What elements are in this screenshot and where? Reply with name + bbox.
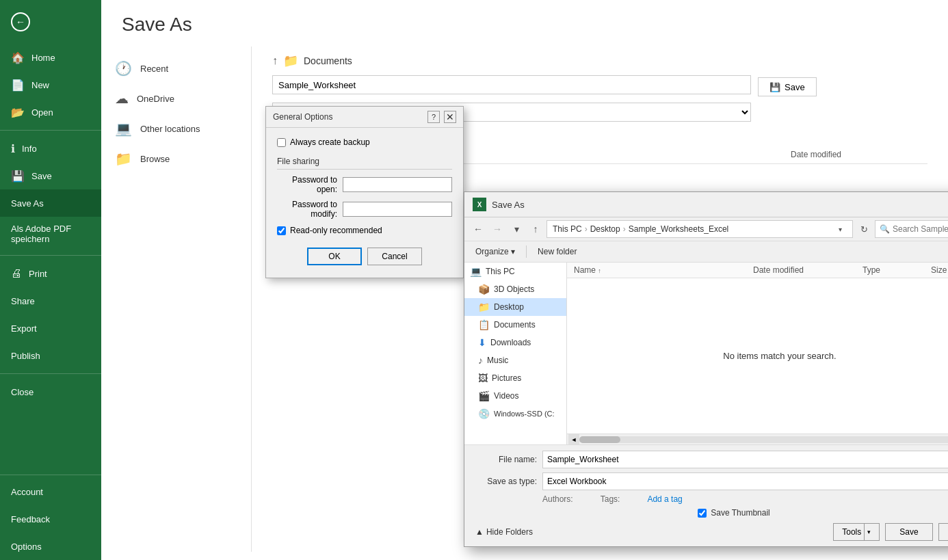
sidebar-item-label: Share bbox=[11, 296, 35, 306]
pw-modify-input[interactable] bbox=[343, 202, 452, 217]
win-col-name[interactable]: Name ↑ bbox=[574, 265, 753, 275]
win-filename-label: File name: bbox=[475, 455, 537, 464]
left-panel-recent[interactable]: 🕐 Recent bbox=[101, 53, 251, 83]
sidebar-item-feedback[interactable]: Feedback bbox=[0, 505, 101, 533]
win-tree-item-thispc[interactable]: 💻 This PC bbox=[464, 263, 566, 280]
win-toolbar-separator bbox=[526, 245, 527, 258]
music-icon: ♪ bbox=[478, 355, 483, 366]
win-address-bar[interactable]: This PC › Desktop › Sample_Worksheets_Ex… bbox=[547, 220, 853, 238]
win-search-input[interactable] bbox=[893, 224, 948, 234]
sidebar-item-share[interactable]: Share bbox=[0, 287, 101, 315]
win-tree-item-downloads[interactable]: ⬇ Downloads bbox=[464, 334, 566, 351]
win-tools-button[interactable]: Tools ▾ bbox=[833, 523, 880, 541]
folder-icon: 📁 bbox=[115, 150, 132, 167]
left-panel-onedrive[interactable]: ☁ OneDrive bbox=[101, 83, 251, 114]
win-addr-dropdown-icon[interactable]: ▾ bbox=[833, 220, 847, 238]
win-organize-button[interactable]: Organize ▾ bbox=[470, 245, 521, 258]
breadcrumb-text: Documents bbox=[304, 55, 352, 66]
back-button[interactable]: ← bbox=[0, 0, 101, 44]
win-add-tag-link[interactable]: Add a tag bbox=[647, 494, 682, 504]
pw-open-row: Password to open: bbox=[277, 175, 452, 194]
sidebar-item-home[interactable]: 🏠 Home bbox=[0, 44, 101, 71]
backup-checkbox-row: Always create backup bbox=[277, 137, 452, 147]
videos-icon: 🎬 bbox=[478, 390, 490, 401]
sidebar-item-account[interactable]: Account bbox=[0, 478, 101, 505]
sidebar-item-save[interactable]: 💾 Save bbox=[0, 162, 101, 189]
date-column-header: Date modified bbox=[791, 150, 927, 159]
3dobjects-icon: 📦 bbox=[478, 284, 490, 295]
win-tree-item-music[interactable]: ♪ Music bbox=[464, 351, 566, 369]
downloads-label: Downloads bbox=[490, 338, 531, 347]
organize-arrow-icon: ▾ bbox=[511, 247, 515, 256]
save-button-label: Save bbox=[785, 82, 805, 92]
sidebar-item-info[interactable]: ℹ Info bbox=[0, 135, 101, 162]
win-tree-item-videos[interactable]: 🎬 Videos bbox=[464, 387, 566, 405]
win-tree-item-windowsssd[interactable]: 💿 Windows-SSD (C: bbox=[464, 405, 566, 423]
sidebar-item-options[interactable]: Options bbox=[0, 533, 101, 560]
win-filetype-select[interactable]: Excel Workbook ▾ bbox=[542, 472, 948, 490]
readonly-checkbox[interactable] bbox=[277, 226, 286, 235]
sidebar-item-print[interactable]: 🖨 Print bbox=[0, 260, 101, 287]
sidebar-item-open[interactable]: 📂 Open bbox=[0, 98, 101, 126]
win-sort-icon: ↑ bbox=[598, 267, 601, 274]
win-tree-item-desktop[interactable]: 📁 Desktop bbox=[464, 298, 566, 316]
main-content: Save As 🕐 Recent ☁ OneDrive 💻 Other loca… bbox=[101, 0, 948, 560]
back-icon: ← bbox=[11, 12, 30, 31]
win-hscroll-left[interactable]: ◄ bbox=[568, 434, 579, 445]
win-refresh-button[interactable]: ↻ bbox=[856, 221, 872, 237]
videos-label: Videos bbox=[494, 391, 518, 401]
win-tree-item-documents[interactable]: 📋 Documents bbox=[464, 316, 566, 334]
sidebar-item-export[interactable]: Export bbox=[0, 315, 101, 342]
sidebar-bottom: Account Feedback Options bbox=[0, 475, 101, 560]
dialog-ok-button[interactable]: OK bbox=[307, 248, 362, 265]
win-hscroll-thumb[interactable] bbox=[579, 436, 620, 443]
win-dropdown-button[interactable]: ▾ bbox=[508, 221, 525, 237]
dialog-help-button[interactable]: ? bbox=[427, 111, 440, 123]
save-button-main[interactable]: 💾 Save bbox=[758, 77, 817, 96]
dialog-cancel-button[interactable]: Cancel bbox=[367, 248, 422, 265]
dialog-titlebar: General Options ? ✕ bbox=[266, 107, 463, 128]
win-col-size[interactable]: Size bbox=[931, 265, 948, 275]
win-filetype-value: Excel Workbook bbox=[547, 477, 606, 486]
win-search-icon: 🔍 bbox=[880, 224, 890, 234]
backup-checkbox[interactable] bbox=[277, 138, 286, 147]
win-back-button[interactable]: ← bbox=[470, 221, 486, 237]
win-dialog-title: Save As bbox=[492, 200, 525, 210]
win-cancel-button[interactable]: Cancel bbox=[938, 523, 948, 541]
win-tree-item-3dobjects[interactable]: 📦 3D Objects bbox=[464, 280, 566, 298]
windows-saveas-dialog: X Save As ✕ ← → ▾ ↑ This PC › Desktop › … bbox=[464, 191, 948, 547]
win-col-type[interactable]: Type bbox=[863, 265, 931, 275]
sidebar-item-label: Account bbox=[11, 487, 43, 497]
win-hide-folders-button[interactable]: ▲ Hide Folders bbox=[475, 527, 533, 537]
up-icon[interactable]: ↑ bbox=[272, 55, 278, 67]
left-panel-otherloc[interactable]: 💻 Other locations bbox=[101, 114, 251, 144]
win-new-folder-button[interactable]: New folder bbox=[532, 245, 582, 258]
new-icon: 📄 bbox=[11, 79, 25, 92]
sidebar-item-label: Open bbox=[31, 107, 53, 118]
documents-label: Documents bbox=[494, 320, 536, 330]
win-filename-input[interactable]: Sample_Worksheet ▾ bbox=[542, 451, 948, 468]
windowsssd-label: Windows-SSD (C: bbox=[494, 410, 555, 418]
pictures-label: Pictures bbox=[492, 373, 521, 383]
win-search-box: 🔍 bbox=[875, 220, 948, 238]
win-col-date[interactable]: Date modified bbox=[753, 265, 863, 275]
sidebar-item-close[interactable]: Close bbox=[0, 378, 101, 405]
sidebar-item-saveas[interactable]: Save As bbox=[0, 189, 101, 217]
sidebar-item-publish[interactable]: Publish bbox=[0, 342, 101, 369]
sidebar-item-adobe[interactable]: Als Adobe PDF speichern bbox=[0, 217, 101, 251]
win-thumbnail-checkbox[interactable] bbox=[698, 509, 707, 518]
sidebar-item-label: Publish bbox=[11, 351, 40, 361]
win-save-button[interactable]: Save bbox=[885, 523, 932, 541]
breadcrumb-folder-icon: 📁 bbox=[283, 53, 298, 68]
win-tree-item-pictures[interactable]: 🖼 Pictures bbox=[464, 369, 566, 387]
dialog-close-button[interactable]: ✕ bbox=[444, 111, 456, 123]
sidebar-item-label: Save bbox=[31, 171, 52, 181]
page-title: Save As bbox=[101, 0, 948, 46]
sidebar-item-new[interactable]: 📄 New bbox=[0, 71, 101, 98]
pw-open-input[interactable] bbox=[343, 177, 452, 192]
win-up-button[interactable]: ↑ bbox=[527, 221, 544, 237]
win-forward-button[interactable]: → bbox=[489, 221, 505, 237]
win-empty-message: No items match your search. bbox=[567, 278, 948, 434]
filename-input[interactable] bbox=[272, 75, 751, 94]
left-panel-browse[interactable]: 📁 Browse bbox=[101, 144, 251, 174]
